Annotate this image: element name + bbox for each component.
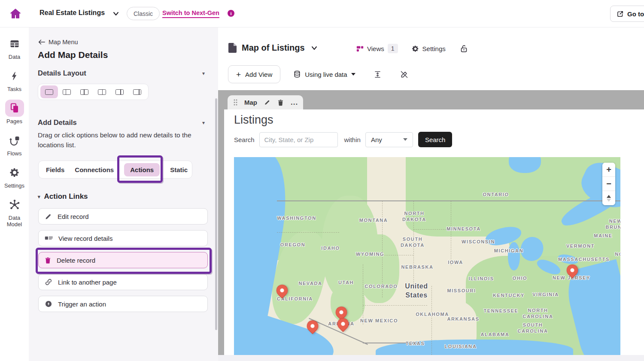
chevron-down-icon[interactable] (112, 11, 119, 17)
action-link-label: Edit record (58, 213, 89, 220)
back-link-label: Map Menu (49, 39, 78, 46)
action-link-label: Delete record (57, 257, 95, 264)
action-links-label: Action Links (44, 192, 88, 201)
gear-icon (5, 164, 24, 181)
sidebar-item-label: Data (9, 54, 20, 61)
delete-view-icon[interactable] (277, 99, 284, 106)
arrow-left-icon (38, 39, 45, 45)
map-label-south-dakota: SOUTH DAKOTA (401, 236, 425, 249)
top-bar: Real Estate Listings Classic Switch to N… (0, 0, 644, 27)
map-zoom-control: + − (602, 163, 615, 205)
search-button[interactable]: Search (418, 132, 453, 147)
sidebar-item-data[interactable]: Data (2, 35, 27, 61)
layout-glyph-icon (98, 89, 106, 95)
views-icon (356, 45, 364, 52)
settings-label[interactable]: Settings (422, 45, 446, 52)
page-file-icon (228, 43, 237, 53)
app-name[interactable]: Real Estate Listings (39, 9, 105, 17)
database-icon (293, 70, 301, 78)
home-icon[interactable] (8, 6, 23, 21)
go-to-live-app-button[interactable]: Go to L (610, 6, 644, 22)
sidebar-item-label: Settings (4, 183, 24, 189)
zoom-in-button[interactable]: + (602, 163, 615, 177)
plus-icon: + (236, 70, 241, 79)
data-model-icon (5, 196, 24, 213)
info-icon[interactable]: i (228, 10, 234, 17)
map-tilt-control[interactable] (602, 191, 615, 205)
zoom-out-button[interactable]: − (602, 177, 615, 191)
detail-type-tabs: FieldsConnectionsActionsStatic (38, 161, 192, 179)
layout-option-4[interactable] (93, 85, 111, 98)
layout-glyph-icon (133, 89, 141, 95)
action-link-link-to-another-page[interactable]: Link to another page (38, 274, 208, 290)
layout-option-3[interactable] (76, 85, 93, 98)
lock-icon[interactable] (460, 44, 468, 53)
action-link-edit-record[interactable]: Edit record (38, 208, 208, 224)
map[interactable]: WASHINGTONOREGONNEVADACALIFORNIAIDAHOMON… (234, 157, 620, 355)
sidebar-item-pages[interactable]: Pages (2, 100, 27, 125)
radius-select[interactable]: Any (365, 132, 413, 147)
layout-glyph-icon (63, 89, 71, 95)
details-layout-caret-icon[interactable]: ▾ (202, 70, 208, 76)
add-view-button[interactable]: + Add View (228, 65, 280, 83)
external-link-icon (617, 10, 624, 18)
search-field-label: Search (234, 136, 255, 143)
map-label-new-mexico: NEW MEXICO (360, 318, 398, 324)
tab-connections[interactable]: Connections (75, 166, 114, 173)
sidebar-item-flows[interactable]: Flows (2, 132, 27, 157)
tab-static[interactable]: Static (170, 166, 188, 173)
tab-actions[interactable]: Actions (124, 163, 160, 176)
sidebar-item-settings[interactable]: Settings (2, 164, 27, 189)
views-label[interactable]: Views (367, 45, 384, 52)
drag-handle-icon[interactable] (234, 99, 237, 106)
arrow-up-icon (607, 195, 611, 198)
arrow-down-icon (607, 199, 611, 202)
page-builder-main: Map of Listings Views 1 Settings + Add V… (218, 27, 644, 361)
bolt-icon (5, 67, 24, 85)
action-link-trigger-an-action[interactable]: Trigger an action (38, 296, 208, 312)
add-details-header[interactable]: Add Details (38, 118, 77, 127)
layout-option-2[interactable] (58, 85, 76, 98)
flows-icon (5, 132, 24, 149)
trash-icon (45, 257, 51, 264)
search-input[interactable] (259, 132, 338, 147)
layout-glyph-icon (115, 89, 124, 95)
link-icon (45, 278, 52, 286)
sidebar-item-tasks[interactable]: Tasks (2, 67, 27, 93)
layout-option-1[interactable] (40, 85, 58, 98)
edit-view-icon[interactable] (264, 99, 270, 106)
sidebar-item-label: Tasks (7, 86, 21, 93)
caret-down-icon (351, 73, 355, 76)
left-nav-rail: DataTasksPagesFlowsSettingsData Model (0, 27, 29, 361)
trigger-icon (45, 300, 52, 308)
details-layout-header[interactable]: Details Layout (38, 69, 86, 77)
action-link-delete-record[interactable]: Delete record (38, 252, 208, 268)
vertical-spacing-icon[interactable] (374, 70, 382, 79)
panel-scrollbar[interactable] (215, 98, 217, 330)
map-label-nebraska: NEBRASKA (401, 264, 433, 270)
action-links-header[interactable]: ▾ Action Links (38, 192, 88, 201)
sidebar-item-data-model[interactable]: Data Model (2, 196, 27, 228)
action-link-label: View record details (58, 235, 112, 242)
more-options-icon[interactable]: ... (291, 98, 298, 107)
page-title: Map of Listings (242, 43, 305, 53)
layout-option-5[interactable] (111, 85, 128, 98)
sidebar-item-label: Pages (6, 118, 22, 125)
add-details-caret-icon[interactable]: ▾ (202, 120, 208, 126)
using-live-data-label: Using live data (305, 71, 347, 78)
map-view-tab[interactable]: Map ... (228, 95, 303, 109)
page-title-chevron-icon[interactable] (311, 45, 318, 51)
pencil-icon (45, 213, 52, 220)
tab-fields[interactable]: Fields (46, 166, 64, 173)
using-live-data-dropdown[interactable]: Using live data (293, 70, 355, 78)
settings-gear-icon (412, 45, 419, 52)
action-link-view-record-details[interactable]: View record details (38, 230, 208, 246)
back-to-map-menu-link[interactable]: Map Menu (38, 39, 78, 46)
map-label-iowa: IOWA (448, 259, 463, 265)
switch-to-nextgen-link[interactable]: Switch to Next-Gen (162, 9, 219, 16)
disable-edit-icon[interactable] (400, 70, 409, 79)
layout-option-6[interactable] (128, 85, 146, 98)
views-count-badge: 1 (388, 44, 398, 53)
sidebar-item-label: Data Model (2, 215, 27, 228)
layout-glyph-icon (45, 89, 53, 95)
